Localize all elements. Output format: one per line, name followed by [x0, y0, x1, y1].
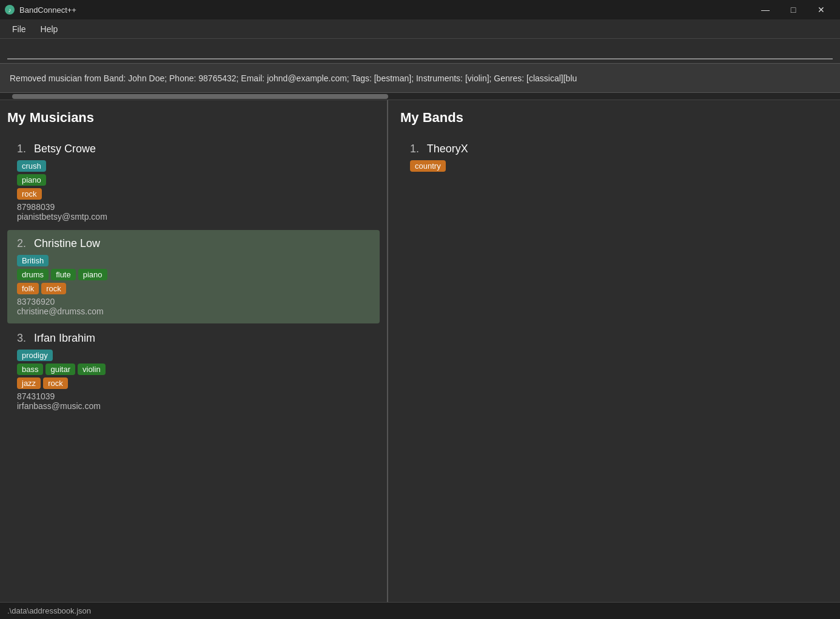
musician-phone-3: 87431039	[17, 391, 370, 401]
musician-index-2: 2.	[17, 237, 26, 249]
maximize-button[interactable]: □	[779, 0, 807, 19]
bands-panel-title: My Bands	[400, 110, 828, 126]
tag-prodigy: prodigy	[17, 350, 53, 361]
app-icon: ♪	[5, 5, 15, 15]
tag-violin: violin	[78, 364, 106, 375]
musician-fullname-2: Christine Low	[34, 237, 100, 249]
musician-index-3: 3.	[17, 332, 26, 344]
musician-genre-tags-1: rock	[17, 188, 370, 200]
tag-rock-2: rock	[41, 283, 66, 294]
menu-file[interactable]: File	[5, 22, 33, 36]
musician-phone-2: 83736920	[17, 297, 370, 306]
musician-name-2: 2. Christine Low	[17, 237, 370, 250]
tag-folk: folk	[17, 283, 39, 294]
title-bar-controls: — □ ✕	[751, 0, 835, 19]
scroll-thumb[interactable]	[12, 94, 388, 99]
musician-instrument-tags-1: piano	[17, 174, 370, 186]
musician-tags-row-2a: British	[17, 255, 370, 266]
band-name-1: 1. TheoryX	[410, 143, 818, 155]
tag-jazz: jazz	[17, 377, 41, 389]
close-button[interactable]: ✕	[807, 0, 835, 19]
bands-panel: My Bands 1. TheoryX country	[388, 100, 840, 602]
minimize-button[interactable]: —	[751, 0, 779, 19]
musician-email-2: christine@drumss.com	[17, 306, 370, 316]
band-fullname-1: TheoryX	[427, 143, 468, 155]
band-tags-row-1: country	[410, 160, 818, 172]
musician-genre-tags-2: folk rock	[17, 283, 370, 294]
status-bar: .\data\addressbook.json	[0, 602, 840, 619]
tag-piano-1: piano	[17, 174, 46, 186]
musician-email-1: pianistbetsy@smtp.com	[17, 212, 370, 222]
title-bar: ♪ BandConnect++ — □ ✕	[0, 0, 840, 19]
tag-crush: crush	[17, 160, 46, 172]
musician-item-3[interactable]: 3. Irfan Ibrahim prodigy bass guitar vio…	[7, 325, 380, 418]
musician-name-1: 1. Betsy Crowe	[17, 143, 370, 155]
menu-help[interactable]: Help	[33, 22, 66, 36]
horizontal-scrollbar[interactable]	[0, 93, 840, 100]
title-bar-left: ♪ BandConnect++	[5, 5, 76, 15]
band-item-1[interactable]: 1. TheoryX country	[400, 135, 828, 181]
musician-tags-row-1: crush	[17, 160, 370, 172]
tag-country: country	[410, 160, 446, 172]
status-path: .\data\addressbook.json	[7, 606, 91, 615]
musician-index-1: 1.	[17, 143, 26, 155]
musician-instrument-tags-2: drums flute piano	[17, 269, 370, 280]
tag-piano-2: piano	[78, 269, 107, 280]
musicians-panel: My Musicians 1. Betsy Crowe crush piano …	[0, 100, 388, 602]
musician-item-1[interactable]: 1. Betsy Crowe crush piano rock 87988039…	[7, 135, 380, 229]
menu-bar: File Help	[0, 19, 840, 39]
tag-rock-3: rock	[43, 377, 68, 389]
tag-guitar: guitar	[45, 364, 75, 375]
musician-name-3: 3. Irfan Ibrahim	[17, 332, 370, 345]
musician-fullname-3: Irfan Ibrahim	[34, 332, 95, 344]
musician-phone-1: 87988039	[17, 202, 370, 212]
musician-instrument-tags-3: bass guitar violin	[17, 364, 370, 375]
tag-drums: drums	[17, 269, 49, 280]
tag-bass: bass	[17, 364, 43, 375]
musician-tags-row-3a: prodigy	[17, 350, 370, 361]
search-bar-container	[0, 39, 840, 64]
tag-flute: flute	[51, 269, 76, 280]
musician-fullname-1: Betsy Crowe	[34, 143, 96, 155]
tag-rock-1: rock	[17, 188, 42, 200]
app-title: BandConnect++	[19, 5, 76, 15]
musicians-panel-title: My Musicians	[7, 110, 380, 126]
notification-bar: Removed musician from Band: John Doe; Ph…	[0, 64, 840, 93]
search-input[interactable]	[7, 42, 833, 59]
band-index-1: 1.	[410, 143, 419, 155]
musician-genre-tags-3: jazz rock	[17, 377, 370, 389]
musician-email-3: irfanbass@music.com	[17, 401, 370, 411]
main-content: My Musicians 1. Betsy Crowe crush piano …	[0, 100, 840, 602]
notification-text: Removed musician from Band: John Doe; Ph…	[10, 73, 577, 83]
musician-item-2[interactable]: 2. Christine Low British drums flute pia…	[7, 230, 380, 323]
tag-british: British	[17, 255, 49, 266]
